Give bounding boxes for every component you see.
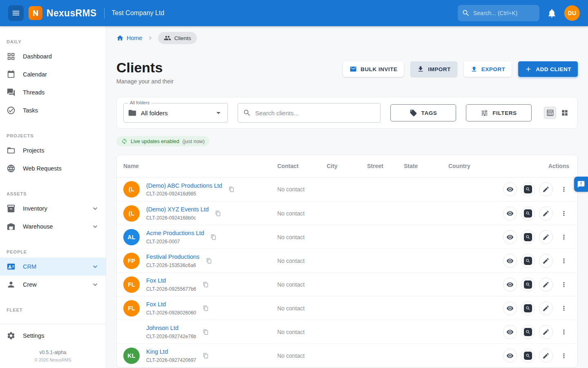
topbar-divider <box>104 8 105 18</box>
global-search[interactable] <box>458 5 539 21</box>
breadcrumb-home-link[interactable]: Home <box>116 34 143 42</box>
audit-log-button[interactable] <box>521 278 535 292</box>
filters-button[interactable]: FILTERS <box>466 104 532 121</box>
copy-id-icon[interactable] <box>203 305 209 311</box>
client-name-link[interactable]: (Demo) ABC Productions Ltd <box>146 182 222 189</box>
sidebar-item-crew[interactable]: Crew <box>0 276 106 294</box>
client-name-block: Johnson LtdCLT-2026-092742e76b <box>146 324 196 339</box>
view-client-button[interactable] <box>503 278 517 292</box>
grid-view-icon <box>561 109 569 117</box>
client-name-cell: KLKing LtdCLT-2026-0927420697 <box>117 348 271 364</box>
client-name-link[interactable]: Acme Productions Ltd <box>146 229 204 237</box>
more-actions-button[interactable] <box>557 349 571 363</box>
more-actions-button[interactable] <box>557 278 571 292</box>
user-avatar[interactable]: DU <box>564 5 580 21</box>
client-search-input[interactable] <box>255 110 375 117</box>
edit-client-button[interactable] <box>539 325 553 339</box>
client-name-link[interactable]: Fox Ltd <box>146 277 196 284</box>
breadcrumb-current-label: Clients <box>174 35 191 41</box>
view-client-button[interactable] <box>503 182 517 196</box>
notifications-button[interactable] <box>547 8 557 18</box>
client-name-link[interactable]: Festival Productions <box>146 253 200 260</box>
client-name-link[interactable]: King Ltd <box>146 348 196 355</box>
sidebar-item-settings[interactable]: Settings <box>0 327 106 345</box>
sidebar-item-tasks[interactable]: Tasks <box>0 101 106 119</box>
view-client-button[interactable] <box>503 206 517 220</box>
global-search-input[interactable] <box>473 10 535 16</box>
edit-client-button[interactable] <box>539 182 553 196</box>
copy-id-icon[interactable] <box>203 353 209 359</box>
search-icon <box>462 9 470 17</box>
client-name-link[interactable]: (Demo) XYZ Events Ltd <box>146 206 209 213</box>
sidebar-item-threads[interactable]: Threads <box>0 83 106 101</box>
export-button[interactable]: EXPORT <box>464 61 512 77</box>
sidebar-item-web-requests[interactable]: Web Requests <box>0 159 106 177</box>
sidebar-item-inventory[interactable]: Inventory <box>0 200 106 218</box>
more-vert-icon <box>560 281 568 288</box>
sidebar-section-projects: PROJECTS <box>0 119 106 141</box>
edit-client-button[interactable] <box>539 206 553 220</box>
grid-view-button[interactable] <box>559 107 571 119</box>
view-client-button[interactable] <box>503 301 517 315</box>
copy-id-icon[interactable] <box>203 329 209 335</box>
import-button[interactable]: IMPORT <box>410 61 457 77</box>
audit-log-button[interactable] <box>521 254 535 268</box>
tags-button[interactable]: TAGS <box>390 104 456 121</box>
add-client-button[interactable]: ADD CLIENT <box>518 61 578 77</box>
client-name-link[interactable]: Johnson Ltd <box>146 324 196 332</box>
audit-log-button[interactable] <box>521 349 535 363</box>
sidebar-item-projects[interactable]: Projects <box>0 141 106 159</box>
feedback-icon <box>577 180 585 188</box>
more-actions-button[interactable] <box>557 254 571 268</box>
folder-select-value: All folders <box>141 110 209 117</box>
page-title: Clients <box>116 61 174 74</box>
view-client-button[interactable] <box>503 230 517 244</box>
sidebar-item-dashboard[interactable]: Dashboard <box>0 47 106 65</box>
audit-chip <box>524 185 532 193</box>
sidebar-item-label: Projects <box>23 147 99 154</box>
view-client-button[interactable] <box>503 325 517 339</box>
client-code: CLT-2026-0007 <box>146 239 204 245</box>
calendar-icon <box>7 70 16 79</box>
audit-log-button[interactable] <box>521 182 535 196</box>
edit-client-button[interactable] <box>539 230 553 244</box>
brand-name[interactable]: NexusRMS <box>47 8 97 19</box>
audit-chip <box>524 280 532 289</box>
view-client-button[interactable] <box>503 349 517 363</box>
tag-icon <box>410 109 417 117</box>
more-actions-button[interactable] <box>557 301 571 315</box>
more-actions-button[interactable] <box>557 230 571 244</box>
live-updates-time: (just now) <box>183 139 205 144</box>
audit-log-button[interactable] <box>521 206 535 220</box>
more-actions-button[interactable] <box>557 182 571 196</box>
copy-id-icon[interactable] <box>206 258 212 264</box>
view-client-button[interactable] <box>503 254 517 268</box>
audit-log-button[interactable] <box>521 301 535 315</box>
edit-client-button[interactable] <box>539 349 553 363</box>
copy-id-icon[interactable] <box>215 211 221 216</box>
edit-client-button[interactable] <box>539 278 553 292</box>
audit-log-button[interactable] <box>521 325 535 339</box>
client-name-link[interactable]: Fox Ltd <box>146 301 196 308</box>
edit-client-button[interactable] <box>539 254 553 268</box>
more-actions-button[interactable] <box>557 325 571 339</box>
copy-id-icon[interactable] <box>229 186 234 192</box>
more-actions-button[interactable] <box>557 206 571 220</box>
copy-id-icon[interactable] <box>211 234 216 240</box>
pencil-icon <box>542 210 550 217</box>
sidebar-item-calendar[interactable]: Calendar <box>0 65 106 83</box>
bulk-invite-button[interactable]: BULK INVITE <box>343 61 404 77</box>
audit-log-button[interactable] <box>521 230 535 244</box>
feedback-tab[interactable] <box>574 177 588 192</box>
client-search[interactable] <box>238 103 381 123</box>
copy-id-icon[interactable] <box>203 282 209 287</box>
nexus-logo-icon[interactable] <box>29 6 42 20</box>
sidebar-item-crm[interactable]: CRM <box>0 258 106 276</box>
table-view-button[interactable] <box>544 107 556 119</box>
menu-button[interactable] <box>8 5 24 21</box>
folder-select[interactable]: All folders All folders <box>123 103 228 123</box>
breadcrumb-current[interactable]: Clients <box>158 32 197 44</box>
edit-client-button[interactable] <box>539 301 553 315</box>
sidebar-item-warehouse[interactable]: Warehouse <box>0 218 106 236</box>
audit-chip <box>524 352 532 360</box>
